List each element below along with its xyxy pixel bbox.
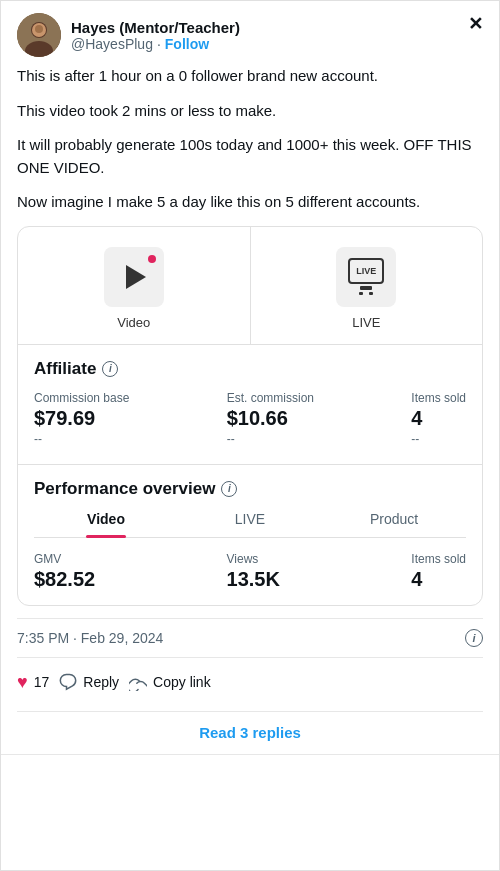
tweet-paragraph-4: Now imagine I make 5 a day like this on …: [17, 191, 483, 214]
commission-base-sub: --: [34, 432, 42, 446]
tweet-paragraph-3: It will probably generate 100s today and…: [17, 134, 483, 179]
performance-stats-row: GMV $82.52 Views 13.5K Items sold 4: [34, 552, 466, 591]
performance-tabs: Video LIVE Product: [34, 511, 466, 538]
copy-link-button[interactable]: Copy link: [129, 667, 221, 697]
tiktok-card: Video LIVE LIVE Affiliate i: [17, 226, 483, 606]
items-sold-perf-value: 4: [411, 568, 422, 591]
affiliate-stats-row: Commission base $79.69 -- Est. commissio…: [34, 391, 466, 446]
tweet-container: Hayes (Mentor/Teacher) @HayesPlug · Foll…: [1, 1, 499, 755]
timestamp-info-icon[interactable]: i: [465, 629, 483, 647]
gmv-label: GMV: [34, 552, 61, 566]
tv-stand: [360, 286, 372, 290]
affiliate-info-icon[interactable]: i: [102, 361, 118, 377]
read-replies-section: Read 3 replies: [17, 711, 483, 754]
tv-feet: [359, 292, 373, 295]
performance-info-icon[interactable]: i: [221, 481, 237, 497]
est-commission-value: $10.66: [227, 407, 288, 430]
commission-base-stat: Commission base $79.69 --: [34, 391, 129, 446]
affiliate-section: Affiliate i Commission base $79.69 -- Es…: [18, 345, 482, 465]
media-section: Video LIVE LIVE: [18, 227, 482, 345]
commission-base-label: Commission base: [34, 391, 129, 405]
live-icon-wrap: LIVE: [336, 247, 396, 307]
live-media-item[interactable]: LIVE LIVE: [251, 227, 483, 344]
views-label: Views: [227, 552, 259, 566]
items-sold-affiliate-sub: --: [411, 432, 419, 446]
header-left: Hayes (Mentor/Teacher) @HayesPlug · Foll…: [17, 13, 240, 57]
items-sold-affiliate-stat: Items sold 4 --: [411, 391, 466, 446]
avatar: [17, 13, 61, 57]
like-count: 17: [34, 674, 50, 690]
tweet-paragraph-1: This is after 1 hour on a 0 follower bra…: [17, 65, 483, 88]
handle: @HayesPlug: [71, 36, 153, 52]
tweet-text: This is after 1 hour on a 0 follower bra…: [17, 65, 483, 214]
live-label: LIVE: [352, 315, 380, 330]
play-icon: [126, 265, 146, 289]
est-commission-stat: Est. commission $10.66 --: [227, 391, 314, 446]
user-info: Hayes (Mentor/Teacher) @HayesPlug · Foll…: [71, 19, 240, 52]
separator: ·: [157, 36, 161, 52]
timestamp: 7:35 PM · Feb 29, 2024: [17, 630, 163, 646]
tab-live[interactable]: LIVE: [178, 511, 322, 537]
tv-icon: LIVE: [348, 258, 384, 284]
tweet-header: Hayes (Mentor/Teacher) @HayesPlug · Foll…: [17, 13, 483, 57]
video-icon-wrap: [104, 247, 164, 307]
svg-point-4: [35, 25, 43, 33]
tweet-paragraph-2: This video took 2 mins or less to make.: [17, 100, 483, 123]
like-button[interactable]: ♥ 17: [17, 666, 59, 699]
read-replies-button[interactable]: Read 3 replies: [199, 724, 301, 741]
gmv-value: $82.52: [34, 568, 95, 591]
reply-icon: [59, 673, 77, 691]
gmv-stat: GMV $82.52: [34, 552, 95, 591]
tab-video[interactable]: Video: [34, 511, 178, 537]
items-sold-perf-stat: Items sold 4: [411, 552, 466, 591]
reply-button[interactable]: Reply: [59, 667, 129, 697]
reply-label: Reply: [83, 674, 119, 690]
performance-section: Performance overview i Video LIVE Produc…: [18, 465, 482, 605]
handle-follow: @HayesPlug · Follow: [71, 36, 240, 52]
record-dot-icon: [148, 255, 156, 263]
commission-base-value: $79.69: [34, 407, 95, 430]
copy-link-label: Copy link: [153, 674, 211, 690]
est-commission-sub: --: [227, 432, 235, 446]
items-sold-affiliate-value: 4: [411, 407, 422, 430]
views-stat: Views 13.5K: [227, 552, 280, 591]
display-name: Hayes (Mentor/Teacher): [71, 19, 240, 36]
actions-row: ♥ 17 Reply Copy link: [17, 657, 483, 711]
views-value: 13.5K: [227, 568, 280, 591]
est-commission-label: Est. commission: [227, 391, 314, 405]
video-label: Video: [117, 315, 150, 330]
copy-link-icon: [129, 673, 147, 691]
affiliate-title: Affiliate i: [34, 359, 466, 379]
x-logo-icon: ✕: [468, 13, 483, 35]
items-sold-perf-label: Items sold: [411, 552, 466, 566]
performance-title: Performance overview i: [34, 479, 466, 499]
tab-product[interactable]: Product: [322, 511, 466, 537]
items-sold-affiliate-label: Items sold: [411, 391, 466, 405]
timestamp-row: 7:35 PM · Feb 29, 2024 i: [17, 618, 483, 657]
follow-button[interactable]: Follow: [165, 36, 209, 52]
heart-icon: ♥: [17, 672, 28, 693]
video-media-item[interactable]: Video: [18, 227, 251, 344]
